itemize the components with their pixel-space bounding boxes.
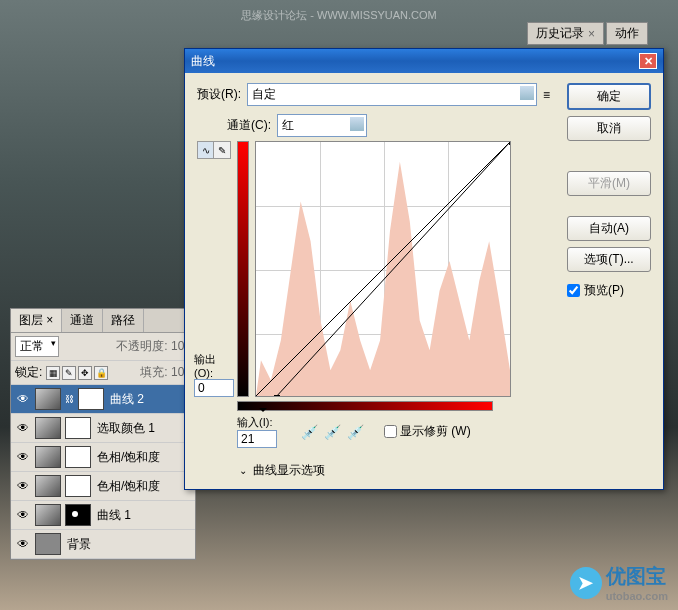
shadow-slider[interactable] bbox=[259, 408, 267, 416]
preset-menu-icon[interactable]: ≡ bbox=[543, 88, 557, 102]
mask-thumb bbox=[65, 446, 91, 468]
layer-thumb bbox=[35, 388, 61, 410]
layers-panel: 图层 × 通道 路径 正常 不透明度: 100 锁定: ▦ ✎ ✥ 🔒 填充: … bbox=[10, 308, 196, 560]
input-label: 输入(I): bbox=[237, 415, 277, 430]
lock-all-icon[interactable]: 🔒 bbox=[94, 366, 108, 380]
eyedropper-black-icon[interactable]: 💉 bbox=[301, 424, 318, 440]
preset-select[interactable]: 自定 bbox=[247, 83, 537, 106]
close-icon[interactable]: × bbox=[588, 27, 595, 41]
layer-thumb bbox=[35, 475, 61, 497]
layer-thumb bbox=[35, 504, 61, 526]
close-button[interactable]: ✕ bbox=[639, 53, 657, 69]
preset-label: 预设(R): bbox=[197, 86, 241, 103]
visibility-icon[interactable]: 👁 bbox=[15, 391, 31, 407]
cancel-button[interactable]: 取消 bbox=[567, 116, 651, 141]
layer-name[interactable]: 背景 bbox=[67, 536, 91, 553]
eyedropper-gray-icon[interactable]: 💉 bbox=[324, 424, 341, 440]
link-icon[interactable]: ⛓ bbox=[65, 394, 74, 404]
layer-name[interactable]: 色相/饱和度 bbox=[97, 449, 160, 466]
watermark-bottom-right: ➤ 优图宝 utobao.com bbox=[570, 563, 668, 602]
smooth-button: 平滑(M) bbox=[567, 171, 651, 196]
channel-select[interactable]: 红 bbox=[277, 114, 367, 137]
options-button[interactable]: 选项(T)... bbox=[567, 247, 651, 272]
layer-name[interactable]: 曲线 1 bbox=[97, 507, 131, 524]
chevron-icon: ⌄ bbox=[239, 465, 247, 476]
logo-icon: ➤ bbox=[570, 567, 602, 599]
channel-label: 通道(C): bbox=[227, 117, 271, 134]
layer-item[interactable]: 👁 色相/饱和度 bbox=[11, 472, 195, 501]
lock-position-icon[interactable]: ✥ bbox=[78, 366, 92, 380]
tab-history[interactable]: 历史记录 × bbox=[527, 22, 604, 45]
mask-thumb bbox=[65, 504, 91, 526]
visibility-icon[interactable]: 👁 bbox=[15, 420, 31, 436]
curve-pencil-tool[interactable]: ✎ bbox=[214, 142, 230, 158]
layer-item[interactable]: 👁 曲线 1 bbox=[11, 501, 195, 530]
eyedropper-white-icon[interactable]: 💉 bbox=[347, 424, 364, 440]
lock-paint-icon[interactable]: ✎ bbox=[62, 366, 76, 380]
layer-thumb bbox=[35, 417, 61, 439]
layer-item[interactable]: 👁 色相/饱和度 bbox=[11, 443, 195, 472]
visibility-icon[interactable]: 👁 bbox=[15, 536, 31, 552]
mask-thumb bbox=[65, 417, 91, 439]
layer-item[interactable]: 👁 ⛓ 曲线 2 bbox=[11, 385, 195, 414]
watermark-top: 思缘设计论坛 - WWW.MISSYUAN.COM bbox=[241, 8, 437, 23]
layer-thumb bbox=[35, 533, 61, 555]
blend-mode-select[interactable]: 正常 bbox=[15, 336, 59, 357]
display-options-toggle[interactable]: ⌄ 曲线显示选项 bbox=[237, 462, 557, 479]
lock-transparency-icon[interactable]: ▦ bbox=[46, 366, 60, 380]
curve-point-highlight[interactable] bbox=[509, 141, 511, 145]
mask-thumb bbox=[78, 388, 104, 410]
vertical-gradient bbox=[237, 141, 249, 397]
visibility-icon[interactable]: 👁 bbox=[15, 507, 31, 523]
horizontal-gradient[interactable] bbox=[237, 401, 493, 411]
input-input[interactable] bbox=[237, 430, 277, 448]
ok-button[interactable]: 确定 bbox=[567, 83, 651, 110]
titlebar[interactable]: 曲线 ✕ bbox=[185, 49, 663, 73]
curve-line bbox=[256, 142, 510, 396]
tab-paths[interactable]: 路径 bbox=[103, 309, 144, 332]
auto-button[interactable]: 自动(A) bbox=[567, 216, 651, 241]
output-input[interactable] bbox=[194, 379, 234, 397]
layer-name[interactable]: 选取颜色 1 bbox=[97, 420, 155, 437]
svg-line-1 bbox=[256, 142, 510, 396]
curve-graph[interactable] bbox=[255, 141, 511, 397]
layer-item[interactable]: 👁 选取颜色 1 bbox=[11, 414, 195, 443]
curves-dialog: 曲线 ✕ 预设(R): 自定 ≡ 通道(C): 红 ∿ ✎ bbox=[184, 48, 664, 490]
show-clipping-checkbox[interactable]: 显示修剪 (W) bbox=[384, 423, 471, 440]
lock-label: 锁定: bbox=[15, 364, 42, 381]
layer-thumb bbox=[35, 446, 61, 468]
tab-actions[interactable]: 动作 bbox=[606, 22, 648, 45]
layer-name[interactable]: 曲线 2 bbox=[110, 391, 144, 408]
layer-name[interactable]: 色相/饱和度 bbox=[97, 478, 160, 495]
mask-thumb bbox=[65, 475, 91, 497]
output-label: 输出(O): bbox=[194, 352, 234, 379]
preview-checkbox[interactable]: 预览(P) bbox=[567, 282, 651, 299]
top-tabs: 历史记录 × 动作 bbox=[527, 22, 648, 45]
visibility-icon[interactable]: 👁 bbox=[15, 478, 31, 494]
opacity-label: 不透明度: 100 bbox=[116, 338, 191, 355]
tab-channels[interactable]: 通道 bbox=[62, 309, 103, 332]
layer-item[interactable]: 👁 背景 bbox=[11, 530, 195, 559]
tab-layers[interactable]: 图层 × bbox=[11, 309, 62, 332]
curve-point-tool[interactable]: ∿ bbox=[198, 142, 214, 158]
curve-point-shadow[interactable] bbox=[274, 395, 280, 397]
visibility-icon[interactable]: 👁 bbox=[15, 449, 31, 465]
dialog-title: 曲线 bbox=[191, 53, 215, 70]
svg-line-2 bbox=[277, 142, 510, 396]
